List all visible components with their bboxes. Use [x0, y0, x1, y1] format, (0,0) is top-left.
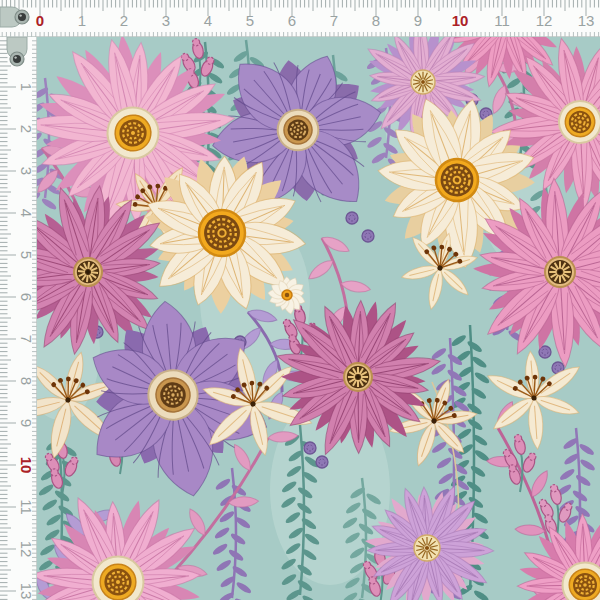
flower-center [414, 535, 440, 561]
ruler-top-number-10: 10 [452, 12, 469, 29]
ruler-left-number-1: 1 [18, 83, 35, 91]
ruler-top-number-3: 3 [162, 12, 170, 29]
ruler-left-number-4: 4 [18, 209, 35, 217]
ruler-left-number-10: 10 [18, 457, 35, 474]
ruler-left-number-2: 2 [18, 125, 35, 133]
ruler-left-number-11: 11 [18, 499, 35, 515]
ruler-left-svg: 12345678910111213 [0, 37, 37, 600]
ruler-left-number-3: 3 [18, 167, 35, 175]
ruler-top-number-11: 11 [494, 12, 510, 29]
ruler-top-number-6: 6 [288, 12, 296, 29]
flower-center [199, 210, 245, 256]
ruler-left-number-9: 9 [18, 419, 35, 427]
flower-center [344, 363, 372, 391]
flower-center [93, 557, 144, 600]
ruler-left-number-7: 7 [18, 335, 35, 343]
ruler-top-number-12: 12 [536, 12, 553, 29]
ruler-top-number-5: 5 [246, 12, 254, 29]
fabric-pattern [0, 0, 600, 600]
ruler-top-number-7: 7 [330, 12, 338, 29]
ruler-top-svg: 012345678910111213 [0, 0, 600, 37]
ruler-top-number-0: 0 [36, 12, 44, 29]
ruler-top-number-4: 4 [204, 12, 212, 29]
flower-center [282, 290, 292, 300]
ruler-left-number-12: 12 [18, 541, 35, 558]
ruler-left-number-6: 6 [18, 293, 35, 301]
ruler-top: 012345678910111213 [0, 0, 600, 37]
fabric-swatch-photo: 012345678910111213 12345678910111213 [0, 0, 600, 600]
ruler-left-number-5: 5 [18, 251, 35, 259]
flower-center [545, 257, 575, 287]
ruler-top-number-9: 9 [414, 12, 422, 29]
ruler-top-number-13: 13 [578, 12, 595, 29]
ruler-top-number-2: 2 [120, 12, 128, 29]
flower-center [411, 70, 435, 94]
ruler-top-number-8: 8 [372, 12, 380, 29]
ruler-left: 12345678910111213 [0, 37, 37, 600]
ruler-left-number-13: 13 [18, 583, 35, 600]
ruler-left-number-8: 8 [18, 377, 35, 385]
fabric-pattern-svg [0, 0, 600, 600]
ruler-top-number-1: 1 [78, 12, 86, 29]
